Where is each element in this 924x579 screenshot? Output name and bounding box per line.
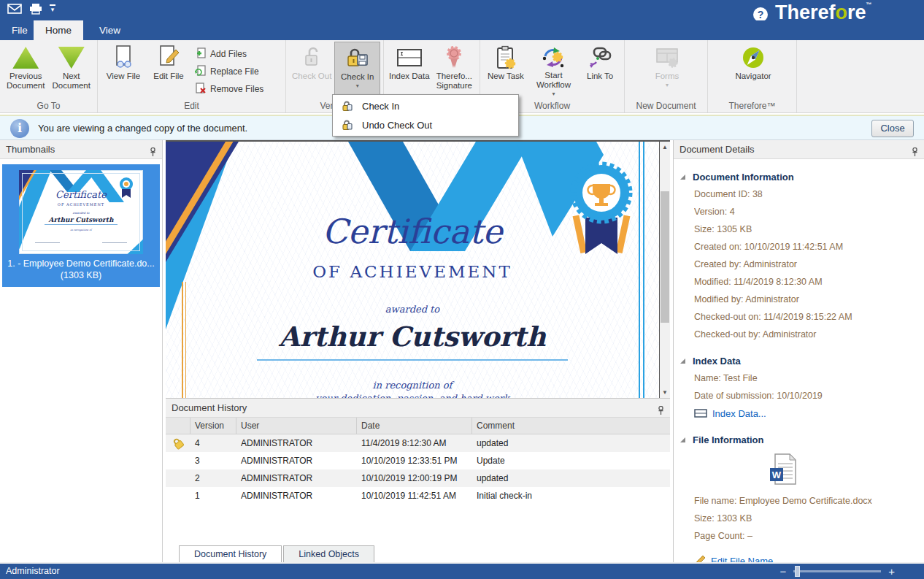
check-in-dropdown-caret[interactable]: ▾	[356, 83, 359, 89]
column-header-comment[interactable]: Comment	[472, 418, 670, 434]
link-to-button[interactable]: Link To	[579, 42, 621, 97]
zoom-slider-handle[interactable]	[795, 566, 800, 577]
thumbnail-preview: Certificate OF ACHIEVEMENT awarded to Ar…	[19, 170, 143, 254]
start-workflow-button[interactable]: Start Workflow ▾	[528, 42, 580, 97]
column-header-date[interactable]: Date	[357, 418, 472, 434]
green-down-triangle-icon	[58, 47, 85, 69]
detail-item: Name: Test File	[694, 369, 924, 387]
column-header-user[interactable]: User	[236, 418, 357, 434]
replace-file-button[interactable]: Replace File	[191, 64, 266, 79]
tab-document-history[interactable]: Document History	[179, 545, 282, 562]
thumb-cert-awarded-to: awarded to	[19, 211, 143, 215]
help-icon[interactable]: ?	[753, 7, 768, 22]
pin-icon[interactable]	[658, 403, 664, 422]
group-label-go-to: Go To	[0, 101, 97, 111]
column-header-flag[interactable]	[166, 418, 190, 434]
thumbnail-caption: 1. - Employee Demo Certificate.do... (13…	[2, 258, 160, 281]
mail-icon[interactable]	[7, 4, 22, 14]
tree-expander-icon[interactable]	[679, 437, 686, 443]
detail-item: Created on: 10/10/2019 11:42:51 AM	[694, 238, 924, 256]
section-index-data[interactable]: Index Data	[674, 352, 924, 369]
view-file-button[interactable]: View File	[101, 42, 146, 97]
cell-date: 11/4/2019 8:12:30 AM	[357, 438, 472, 448]
view-file-icon	[112, 44, 134, 72]
detail-item: Version: 4	[694, 203, 924, 221]
zoom-control: − +	[779, 564, 895, 579]
cell-date: 10/10/2019 12:33:51 PM	[357, 456, 472, 466]
thumbnails-panel: Thumbnails Certificate OF ACHIEVEMENT aw…	[0, 140, 163, 562]
table-row[interactable]: 1 ADMINISTRATOR 10/10/2019 11:42:51 AM I…	[166, 487, 670, 505]
tree-expander-icon[interactable]	[679, 174, 686, 180]
cell-user: ADMINISTRATOR	[236, 473, 357, 483]
tab-view[interactable]: View	[88, 20, 132, 40]
check-out-button: Check Out	[289, 42, 334, 97]
index-data-icon	[396, 44, 423, 72]
edit-small-buttons: Add Files Replace File Remove Files	[191, 42, 266, 96]
thumb-cert-title: Certificate	[19, 189, 143, 200]
zoom-in-button[interactable]: +	[888, 564, 895, 579]
pin-icon[interactable]	[912, 145, 918, 164]
new-task-button[interactable]: New Task	[483, 42, 528, 97]
tab-linked-objects[interactable]: Linked Objects	[283, 545, 374, 562]
scroll-down-arrow[interactable]: ▼	[660, 387, 670, 398]
check-in-dropdown-menu: Check In Undo Check Out	[332, 94, 519, 137]
index-data-link[interactable]: Index Data...	[674, 404, 924, 422]
detail-item: Checked-out by: Administrator	[694, 326, 924, 343]
next-document-button[interactable]: Next Document	[49, 42, 95, 97]
cell-user: ADMINISTRATOR	[236, 438, 357, 448]
navigator-compass-icon	[742, 44, 765, 72]
menu-item[interactable]: Undo Check Out	[333, 115, 518, 134]
therefore-signature-button[interactable]: Therefo... Signature	[432, 42, 477, 97]
form-icon	[694, 409, 707, 418]
edit-file-button[interactable]: Edit File	[146, 42, 191, 97]
document-details-panel: Document Details Document Information Do…	[673, 140, 924, 562]
previous-document-button[interactable]: Previous Document	[3, 42, 49, 97]
detail-item: Checked-out on: 11/4/2019 8:15:22 AM	[694, 308, 924, 326]
group-label-new-document: New Document	[625, 101, 707, 111]
cell-date: 10/10/2019 12:00:19 PM	[357, 473, 472, 483]
ribbon-group-new-document: Forms ▾ New Document	[625, 40, 708, 112]
tree-expander-icon[interactable]	[679, 358, 686, 364]
zoom-slider[interactable]	[793, 570, 881, 572]
cell-comment: updated	[472, 438, 670, 448]
column-header-version[interactable]: Version	[190, 418, 236, 434]
document-history-header: Document History	[166, 399, 670, 418]
ribbon-tab-row: File Home View	[0, 20, 924, 40]
info-message: You are viewing a changed copy of the do…	[38, 123, 247, 134]
section-document-information[interactable]: Document Information	[674, 168, 924, 185]
thumbnail-item-selected[interactable]: Certificate OF ACHIEVEMENT awarded to Ar…	[2, 164, 160, 287]
print-icon[interactable]	[29, 3, 42, 15]
status-bar: Administrator − +	[0, 564, 924, 579]
table-row[interactable]: 2 ADMINISTRATOR 10/10/2019 12:00:19 PM u…	[166, 469, 670, 487]
start-workflow-dropdown-caret[interactable]: ▾	[552, 91, 555, 97]
cell-comment: Initial check-in	[472, 491, 670, 501]
new-task-icon	[495, 44, 517, 72]
close-button[interactable]: Close	[871, 120, 914, 137]
menu-item[interactable]: Check In	[333, 96, 518, 115]
svg-text:W: W	[772, 469, 782, 480]
info-icon: i	[10, 119, 29, 138]
check-in-button[interactable]: Check In ▾	[334, 42, 380, 97]
navigator-button[interactable]: Navigator	[730, 42, 777, 97]
replace-file-icon	[194, 64, 207, 79]
add-files-button[interactable]: Add Files	[191, 46, 266, 61]
customize-quick-access-icon[interactable]: ▾	[50, 4, 55, 13]
viewer-vertical-scrollbar[interactable]: ▲ ▼	[660, 142, 670, 398]
remove-files-button[interactable]: Remove Files	[191, 81, 266, 96]
table-row[interactable]: 4 ADMINISTRATOR 11/4/2019 8:12:30 AM upd…	[166, 434, 670, 452]
detail-item: Modified: 11/4/2019 8:12:30 AM	[694, 273, 924, 291]
link-to-icon	[588, 44, 612, 72]
table-row[interactable]: 3 ADMINISTRATOR 10/10/2019 12:33:51 PM U…	[166, 452, 670, 469]
forms-button: Forms ▾	[644, 42, 690, 97]
document-details-header: Document Details	[674, 140, 924, 159]
zoom-out-button[interactable]: −	[779, 564, 786, 579]
tab-home[interactable]: Home	[34, 20, 83, 40]
file-information-items: File name: Employee Demo Certificate.doc…	[674, 492, 924, 545]
section-file-information[interactable]: File Information	[674, 431, 924, 448]
pin-icon[interactable]	[150, 145, 156, 164]
scrollbar-thumb[interactable]	[661, 191, 669, 323]
document-history-title: Document History	[172, 402, 247, 413]
thumb-cert-recognition: in recognition of	[19, 229, 143, 231]
index-data-button[interactable]: Index Data	[387, 42, 432, 97]
scroll-up-arrow[interactable]: ▲	[660, 142, 670, 153]
